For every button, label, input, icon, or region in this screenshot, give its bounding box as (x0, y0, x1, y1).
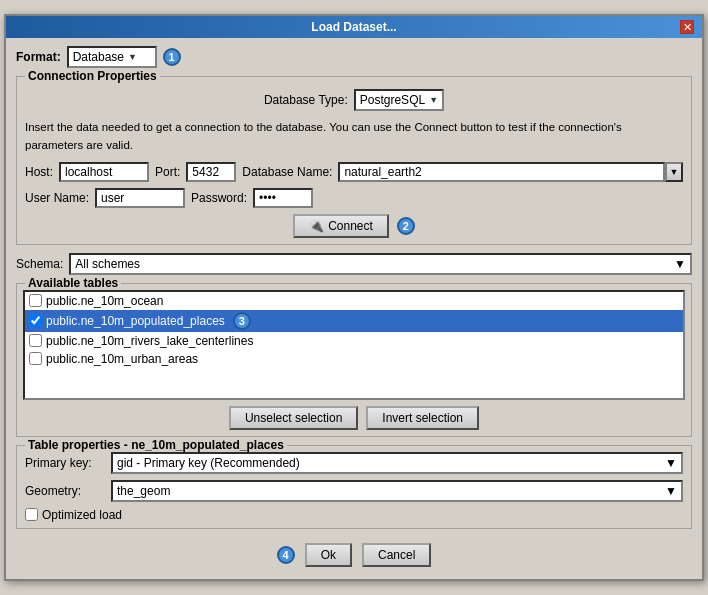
window-title: Load Dataset... (28, 20, 680, 34)
db-type-value: PostgreSQL (360, 93, 425, 107)
optimized-label: Optimized load (42, 508, 122, 522)
footer-badge: 4 (277, 546, 295, 564)
schema-value: All schemes (75, 257, 140, 271)
primary-key-label: Primary key: (25, 456, 105, 470)
optimized-row: Optimized load (25, 508, 683, 522)
password-label: Password: (191, 191, 247, 205)
connect-label: Connect (328, 219, 373, 233)
available-tables-group: Available tables public.ne_10m_ocean pub… (16, 283, 692, 437)
primary-key-row: Primary key: gid - Primary key (Recommen… (25, 452, 683, 474)
host-label: Host: (25, 165, 53, 179)
schema-arrow-icon: ▼ (674, 257, 686, 271)
port-input[interactable] (186, 162, 236, 182)
db-type-label: Database Type: (264, 93, 348, 107)
table-label-urban: public.ne_10m_urban_areas (46, 352, 198, 366)
close-button[interactable]: ✕ (680, 20, 694, 34)
invert-label: Invert selection (382, 411, 463, 425)
geometry-arrow-icon: ▼ (665, 484, 677, 498)
table-row[interactable]: public.ne_10m_urban_areas (25, 350, 683, 368)
connect-row: 🔌 Connect 2 (25, 214, 683, 238)
user-row: User Name: Password: (25, 188, 683, 208)
optimized-checkbox[interactable] (25, 508, 38, 521)
port-label: Port: (155, 165, 180, 179)
unselect-button[interactable]: Unselect selection (229, 406, 358, 430)
tables-list: public.ne_10m_ocean public.ne_10m_popula… (23, 290, 685, 400)
table-properties-group: Table properties - ne_10m_populated_plac… (16, 445, 692, 529)
schema-row: Schema: All schemes ▼ (16, 253, 692, 275)
format-row: Format: Database ▼ 1 (16, 46, 692, 68)
geometry-value: the_geom (117, 484, 170, 498)
format-value: Database (73, 50, 124, 64)
geometry-select[interactable]: the_geom ▼ (111, 480, 683, 502)
table-checkbox-ocean[interactable] (29, 294, 42, 307)
db-type-row: Database Type: PostgreSQL ▼ (25, 89, 683, 111)
invert-button[interactable]: Invert selection (366, 406, 479, 430)
connection-properties-group: Connection Properties Database Type: Pos… (16, 76, 692, 245)
table-row[interactable]: public.ne_10m_populated_places 3 (25, 310, 683, 332)
connect-badge: 2 (397, 217, 415, 235)
password-input[interactable] (253, 188, 313, 208)
geometry-row: Geometry: the_geom ▼ (25, 480, 683, 502)
connect-icon: 🔌 (309, 219, 324, 233)
table-row[interactable]: public.ne_10m_rivers_lake_centerlines (25, 332, 683, 350)
format-arrow-icon: ▼ (128, 52, 137, 62)
connect-button[interactable]: 🔌 Connect (293, 214, 389, 238)
info-text: Insert the data needed to get a connecti… (25, 119, 683, 154)
table-badge: 3 (233, 312, 251, 330)
host-input[interactable] (59, 162, 149, 182)
footer-row: 4 Ok Cancel (16, 537, 692, 571)
db-name-wrapper: ▼ (338, 162, 683, 182)
ok-button[interactable]: Ok (305, 543, 352, 567)
tables-buttons: Unselect selection Invert selection (23, 406, 685, 430)
title-bar: Load Dataset... ✕ (6, 16, 702, 38)
window-body: Format: Database ▼ 1 Connection Properti… (6, 38, 702, 579)
primary-key-value: gid - Primary key (Recommended) (117, 456, 300, 470)
format-label: Format: (16, 50, 61, 64)
primary-key-arrow-icon: ▼ (665, 456, 677, 470)
table-label-populated: public.ne_10m_populated_places (46, 314, 225, 328)
geometry-label: Geometry: (25, 484, 105, 498)
schema-select[interactable]: All schemes ▼ (69, 253, 692, 275)
cancel-label: Cancel (378, 548, 415, 562)
table-checkbox-urban[interactable] (29, 352, 42, 365)
user-label: User Name: (25, 191, 89, 205)
db-name-label: Database Name: (242, 165, 332, 179)
schema-label: Schema: (16, 257, 63, 271)
db-name-input[interactable] (338, 162, 665, 182)
available-tables-title: Available tables (25, 276, 121, 290)
primary-key-select[interactable]: gid - Primary key (Recommended) ▼ (111, 452, 683, 474)
table-row[interactable]: public.ne_10m_ocean (25, 292, 683, 310)
table-checkbox-populated[interactable] (29, 314, 42, 327)
db-type-arrow-icon: ▼ (429, 95, 438, 105)
table-label-ocean: public.ne_10m_ocean (46, 294, 163, 308)
cancel-button[interactable]: Cancel (362, 543, 431, 567)
ok-label: Ok (321, 548, 336, 562)
db-name-arrow-icon[interactable]: ▼ (665, 162, 683, 182)
table-label-rivers: public.ne_10m_rivers_lake_centerlines (46, 334, 253, 348)
host-row: Host: Port: Database Name: ▼ (25, 162, 683, 182)
table-checkbox-rivers[interactable] (29, 334, 42, 347)
db-type-select[interactable]: PostgreSQL ▼ (354, 89, 444, 111)
connection-properties-title: Connection Properties (25, 69, 160, 83)
table-properties-title: Table properties - ne_10m_populated_plac… (25, 438, 287, 452)
main-window: Load Dataset... ✕ Format: Database ▼ 1 C… (4, 14, 704, 581)
format-badge: 1 (163, 48, 181, 66)
username-input[interactable] (95, 188, 185, 208)
format-select[interactable]: Database ▼ (67, 46, 157, 68)
unselect-label: Unselect selection (245, 411, 342, 425)
